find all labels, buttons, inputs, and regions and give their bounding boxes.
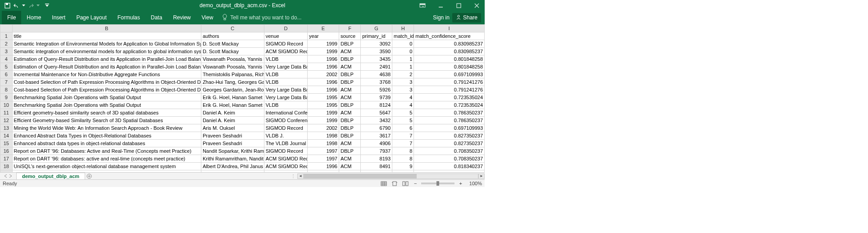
cell[interactable]: 0.791241276 bbox=[414, 86, 485, 94]
cell[interactable]: 0.827350237 bbox=[414, 140, 485, 147]
cell[interactable]: 7937 bbox=[361, 147, 392, 155]
cell[interactable]: ACM bbox=[339, 140, 360, 147]
add-sheet-button[interactable] bbox=[85, 173, 93, 180]
cell[interactable]: 0.697109993 bbox=[414, 124, 485, 132]
cell[interactable]: VLDB bbox=[264, 71, 307, 78]
cell[interactable]: match_id bbox=[392, 32, 414, 40]
cell[interactable]: source bbox=[339, 32, 360, 40]
cell[interactable]: DBLP bbox=[339, 147, 360, 155]
cell[interactable]: 0.818340237 bbox=[414, 163, 485, 170]
cell[interactable]: 4 bbox=[392, 101, 414, 109]
cell[interactable]: UniSQL's next-generation object-relation… bbox=[12, 163, 201, 170]
cell[interactable]: Erik G. Hoel, Hanan Samet bbox=[201, 94, 264, 101]
cell[interactable]: Benchmarking Spatial Join Operations wit… bbox=[12, 101, 201, 109]
cell[interactable]: VLDB bbox=[264, 55, 307, 63]
cell[interactable]: 0.697109993 bbox=[414, 71, 485, 78]
cell[interactable]: Georges Gardarin, Jean-Robert bbox=[201, 86, 264, 94]
cell[interactable]: Benchmarking Spatial Join Operations wit… bbox=[12, 94, 201, 101]
cell[interactable]: 0.830985237 bbox=[414, 48, 485, 55]
cell[interactable]: 8 bbox=[392, 155, 414, 163]
cell[interactable]: 6 bbox=[392, 124, 414, 132]
scroll-right-icon[interactable]: ► bbox=[478, 174, 485, 179]
cell[interactable]: DBLP bbox=[339, 101, 360, 109]
tell-me[interactable]: Tell me what you want to do... bbox=[222, 14, 301, 22]
cell[interactable]: Efficient Geometry-based Similarity Sear… bbox=[12, 117, 201, 124]
cell[interactable]: Cost-based Selection of Path Expression … bbox=[12, 86, 201, 94]
cell[interactable]: 0.801848258 bbox=[414, 63, 485, 71]
cell[interactable]: 3768 bbox=[361, 78, 392, 86]
cell[interactable]: Daniel A. Keim bbox=[201, 109, 264, 117]
cell[interactable]: 0 bbox=[392, 40, 414, 48]
cell[interactable]: 1995 bbox=[308, 94, 339, 101]
cell[interactable]: Report on DART '96: databases: active an… bbox=[12, 155, 201, 163]
cell[interactable]: Semantic Integration of Environmental Mo… bbox=[12, 40, 201, 48]
row-header[interactable]: 6 bbox=[0, 71, 13, 78]
row-header[interactable]: 16 bbox=[0, 147, 13, 155]
row-header[interactable]: 2 bbox=[0, 40, 13, 48]
cell[interactable]: 1996 bbox=[308, 86, 339, 94]
dropdown-icon[interactable] bbox=[22, 2, 25, 9]
cell[interactable]: The VLDB Journal & bbox=[264, 140, 307, 147]
cell[interactable]: 8491 bbox=[361, 163, 392, 170]
cell[interactable]: title bbox=[12, 32, 201, 40]
cell[interactable]: Praveen Seshadri bbox=[201, 132, 264, 140]
cell[interactable]: Efficient geometry-based similarity sear… bbox=[12, 109, 201, 117]
cell[interactable]: 0.708350237 bbox=[414, 155, 485, 163]
cell[interactable]: Nandit Soparkar, Krithi Ramamritham bbox=[201, 147, 264, 155]
sheet-tab-active[interactable]: demo_output_dblp_acm bbox=[16, 173, 85, 180]
cell[interactable]: ACM bbox=[339, 109, 360, 117]
zoom-slider[interactable] bbox=[421, 183, 454, 184]
col-header[interactable]: D bbox=[264, 25, 307, 32]
cell[interactable]: 5926 bbox=[361, 86, 392, 94]
redo-icon[interactable] bbox=[27, 2, 34, 9]
cell[interactable]: Very Large Data Bases bbox=[264, 94, 307, 101]
col-header[interactable]: G bbox=[361, 25, 392, 32]
col-header[interactable]: I bbox=[414, 25, 485, 32]
cell[interactable]: 1996 bbox=[308, 55, 339, 63]
cell[interactable]: Incremental Maintenance for Non-Distribu… bbox=[12, 71, 201, 78]
cell[interactable]: 3432 bbox=[361, 117, 392, 124]
row-header[interactable]: 15 bbox=[0, 140, 13, 147]
cell[interactable]: 1999 bbox=[308, 48, 339, 55]
cell[interactable]: 3 bbox=[392, 86, 414, 94]
cell[interactable]: Enhanced Abstract Data Types in Object-R… bbox=[12, 132, 201, 140]
zoom-out-button[interactable]: − bbox=[412, 181, 418, 186]
cell[interactable]: authors bbox=[201, 32, 264, 40]
cell[interactable]: 1 bbox=[392, 63, 414, 71]
cell[interactable]: 1996 bbox=[308, 63, 339, 71]
row-header[interactable]: 13 bbox=[0, 124, 13, 132]
cell[interactable]: Enhanced abstract data types in object-r… bbox=[12, 140, 201, 147]
close-icon[interactable] bbox=[470, 1, 483, 10]
row-header[interactable]: 4 bbox=[0, 55, 13, 63]
scroll-track[interactable] bbox=[304, 174, 478, 179]
cell[interactable]: 1998 bbox=[308, 140, 339, 147]
tab-nav-next-icon[interactable] bbox=[9, 173, 13, 179]
customize-qat-icon[interactable] bbox=[43, 2, 50, 9]
scroll-left-icon[interactable]: ◄ bbox=[297, 174, 304, 179]
cell[interactable]: Estimation of Query-Result Distribution … bbox=[12, 55, 201, 63]
cell[interactable]: DBLP bbox=[339, 117, 360, 124]
zoom-level[interactable]: 100% bbox=[469, 181, 482, 186]
cell[interactable]: Very Large Data Bases bbox=[264, 86, 307, 94]
cell[interactable]: Report on DART '96: Databases: Active an… bbox=[12, 147, 201, 155]
zoom-thumb[interactable] bbox=[436, 181, 439, 186]
row-header[interactable]: 7 bbox=[0, 78, 13, 86]
cell[interactable]: Daniel A. Keim bbox=[201, 117, 264, 124]
cell[interactable]: 1999 bbox=[308, 40, 339, 48]
cell[interactable]: 1 bbox=[392, 55, 414, 63]
cell[interactable]: 3435 bbox=[361, 55, 392, 63]
cell[interactable]: Erik G. Hoel, Hanan Samet bbox=[201, 101, 264, 109]
tab-review[interactable]: Review bbox=[168, 11, 196, 24]
scroll-thumb[interactable] bbox=[304, 174, 417, 178]
cell[interactable]: 7 bbox=[392, 140, 414, 147]
tab-file[interactable]: File bbox=[2, 11, 21, 24]
cell[interactable]: 0.786350237 bbox=[414, 117, 485, 124]
col-header[interactable]: F bbox=[339, 25, 360, 32]
tab-view[interactable]: View bbox=[196, 11, 219, 24]
row-header[interactable]: 10 bbox=[0, 101, 13, 109]
cell[interactable]: VLDB bbox=[264, 101, 307, 109]
tab-data[interactable]: Data bbox=[145, 11, 168, 24]
cell[interactable]: DBLP bbox=[339, 78, 360, 86]
cell[interactable]: VLDB bbox=[264, 78, 307, 86]
cell[interactable]: year bbox=[308, 32, 339, 40]
